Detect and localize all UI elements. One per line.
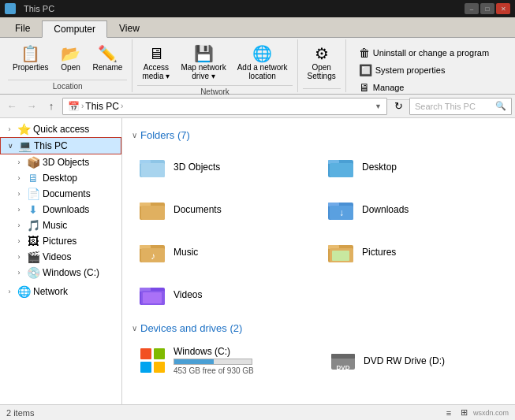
folder-item-videos[interactable]: Videos <box>132 275 317 314</box>
folder-icon-pictures <box>327 238 356 266</box>
tab-computer[interactable]: Computer <box>42 20 107 38</box>
sidebar-item-3d-objects[interactable]: › 📦 3D Objects <box>0 154 121 170</box>
window-controls[interactable]: – □ ✕ <box>465 3 510 14</box>
back-button[interactable]: ← <box>3 98 21 115</box>
ribbon-group-location: 📋 Properties 📂 Open ✏️ Rename Location <box>3 39 132 92</box>
access-media-button[interactable]: 🖥 Accessmedia ▾ <box>137 43 174 84</box>
folder-item-pictures[interactable]: Pictures <box>320 232 506 272</box>
sidebar-item-pictures[interactable]: › 🖼 Pictures <box>0 233 121 249</box>
refresh-button[interactable]: ↻ <box>390 98 407 115</box>
svg-rect-2 <box>141 163 165 177</box>
quick-access-icon: ⭐ <box>17 123 30 136</box>
music-icon: 🎵 <box>27 219 39 232</box>
search-box[interactable]: Search This PC 🔍 <box>409 98 512 115</box>
drive-name-dvd-d: DVD RW Drive (D:) <box>364 355 445 366</box>
maximize-button[interactable]: □ <box>480 3 494 14</box>
add-network-button[interactable]: 🌐 Add a networklocation <box>233 43 293 84</box>
breadcrumb-arrow: › <box>81 102 84 110</box>
3d-objects-expand[interactable]: › <box>14 158 24 167</box>
svg-rect-26 <box>331 354 355 359</box>
breadcrumb: 📅 › This PC › <box>68 101 375 112</box>
music-expand[interactable]: › <box>14 221 24 230</box>
desktop-expand[interactable]: › <box>14 173 24 183</box>
close-button[interactable]: ✕ <box>496 3 510 14</box>
address-dropdown-icon[interactable]: ▼ <box>375 102 382 110</box>
drive-info-dvd-d: DVD RW Drive (D:) <box>364 355 445 366</box>
this-pc-expand[interactable]: ∨ <box>6 141 15 151</box>
sidebar-item-desktop[interactable]: › 🖥 Desktop <box>0 170 121 186</box>
main-layout: › ⭐ Quick access ∨ 💻 This PC › 📦 3D Obje… <box>0 118 515 404</box>
desktop-label: Desktop <box>43 173 77 184</box>
folder-item-desktop[interactable]: Desktop <box>320 147 506 187</box>
rename-button[interactable]: ✏️ Rename <box>88 43 128 75</box>
devices-section-header[interactable]: ∨ Devices and drives (2) <box>132 322 506 334</box>
folder-name-documents: Documents <box>174 204 222 215</box>
this-pc-label: This PC <box>34 140 68 151</box>
svg-text:DVD: DVD <box>337 364 350 371</box>
manage-label: Manage <box>373 83 405 92</box>
tab-view[interactable]: View <box>107 20 151 37</box>
open-settings-button[interactable]: ⚙ OpenSettings <box>303 43 341 84</box>
network-expand[interactable]: › <box>5 287 14 296</box>
pictures-expand[interactable]: › <box>14 236 24 246</box>
properties-button[interactable]: 📋 Properties <box>8 43 54 75</box>
sidebar-item-music[interactable]: › 🎵 Music <box>0 217 121 233</box>
system-props-button[interactable]: 🔲 System properties <box>354 61 494 79</box>
add-network-icon: 🌐 <box>252 46 272 61</box>
network-label: Network <box>33 286 68 297</box>
system-col: 🗑 Uninstall or change a program 🔲 System… <box>351 43 497 98</box>
folder-item-music[interactable]: ♪ Music <box>132 232 317 272</box>
sidebar-item-downloads[interactable]: › ⬇ Downloads <box>0 202 121 217</box>
access-media-label: Accessmedia ▾ <box>142 63 170 80</box>
ribbon-group-location-content: 📋 Properties 📂 Open ✏️ Rename <box>8 41 127 78</box>
svg-rect-5 <box>330 163 353 177</box>
sidebar-item-videos[interactable]: › 🎬 Videos <box>0 249 121 265</box>
folder-item-documents[interactable]: Documents <box>132 190 317 229</box>
open-icon: 📂 <box>61 46 80 61</box>
forward-button[interactable]: → <box>23 98 40 115</box>
grid-view-button[interactable]: ⊞ <box>457 406 472 420</box>
folder-icon-desktop <box>327 153 356 181</box>
drive-bar-wrap-c <box>174 359 252 365</box>
folder-item-downloads[interactable]: ↓ Downloads <box>320 190 506 229</box>
videos-icon: 🎬 <box>27 251 39 263</box>
videos-expand[interactable]: › <box>14 252 24 262</box>
location-group-label: Location <box>8 80 127 91</box>
drive-item-windows-c[interactable]: Windows (C:) 453 GB free of 930 GB <box>132 340 315 381</box>
pictures-label: Pictures <box>43 236 77 247</box>
sidebar-item-quick-access[interactable]: › ⭐ Quick access <box>0 121 121 137</box>
up-button[interactable]: ↑ <box>43 98 60 115</box>
manage-button[interactable]: 🖥 Manage <box>354 79 494 96</box>
uninstall-label: Uninstall or change a program <box>373 48 489 58</box>
title-bar: This PC – □ ✕ <box>0 0 515 17</box>
quick-access-expand[interactable]: › <box>5 125 14 134</box>
downloads-expand[interactable]: › <box>14 205 24 214</box>
music-label: Music <box>43 220 67 231</box>
sidebar-item-documents[interactable]: › 📄 Documents <box>0 186 121 202</box>
tab-file[interactable]: File <box>3 20 42 37</box>
open-button[interactable]: 📂 Open <box>55 43 87 75</box>
windows-c-expand[interactable]: › <box>14 268 24 277</box>
folder-item-3d-objects[interactable]: 3D Objects <box>132 147 317 187</box>
address-input[interactable]: 📅 › This PC › ▼ <box>62 98 387 115</box>
status-text: 2 items <box>6 408 34 418</box>
map-network-button[interactable]: 💾 Map networkdrive ▾ <box>176 43 230 84</box>
drive-bar-c <box>174 359 214 364</box>
folders-section-header[interactable]: ∨ Folders (7) <box>132 129 506 141</box>
drive-icon-dvd-d: DVD <box>329 347 357 375</box>
videos-label: Videos <box>43 251 71 262</box>
breadcrumb-item: 📅 <box>68 101 80 112</box>
svg-text:♪: ♪ <box>151 251 155 262</box>
uninstall-button[interactable]: 🗑 Uninstall or change a program <box>354 44 494 61</box>
ribbon-tabs: File Computer View <box>0 17 515 38</box>
ribbon-group-system-content: 🗑 Uninstall or change a program 🔲 System… <box>351 41 497 98</box>
list-view-button[interactable]: ≡ <box>442 406 456 420</box>
this-pc-icon: 💻 <box>18 139 31 152</box>
documents-expand[interactable]: › <box>14 189 24 199</box>
map-network-label: Map networkdrive ▾ <box>181 63 226 80</box>
sidebar-item-windows-c[interactable]: › 💿 Windows (C:) <box>0 265 121 281</box>
minimize-button[interactable]: – <box>465 3 479 14</box>
drive-item-dvd-d[interactable]: DVD DVD RW Drive (D:) <box>322 340 506 381</box>
sidebar-item-network[interactable]: › 🌐 Network <box>0 284 121 299</box>
sidebar-item-this-pc[interactable]: ∨ 💻 This PC <box>0 137 121 154</box>
